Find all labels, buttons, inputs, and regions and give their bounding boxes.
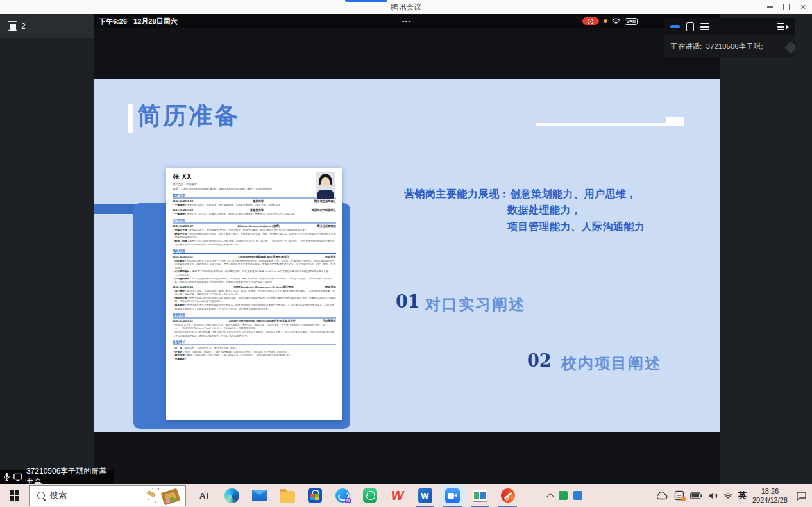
word-icon: W (418, 488, 432, 503)
tencent-meeting-window: 腾讯会议 ✕ 下午6:26 12月28日周六 ••• (0, 0, 812, 507)
notification-app-icon[interactable] (674, 490, 684, 501)
minimize-button[interactable] (765, 2, 775, 12)
resume-bullet: 主修课程：系统分析与设计、项目管理、商业智能建模、基础数据库操作、Java 基础… (173, 204, 336, 207)
collapse-panel-icon[interactable] (777, 22, 789, 31)
taskbar-app-store[interactable] (301, 484, 328, 507)
wps-office-icon: W (391, 488, 404, 503)
taskbar-app-word[interactable]: W (411, 484, 439, 507)
resume-body: 教育背景2018.02-2019.12某某大学商业信息系统硕士主修课程：系统分析… (173, 193, 336, 361)
item2-number: 02 (527, 351, 552, 370)
slide-title: 简历准备 (137, 100, 240, 132)
resume-name: 张 XX (173, 172, 336, 181)
start-button[interactable] (0, 484, 29, 507)
screen-record-indicator (582, 17, 599, 25)
resume-bullet: 商业分析：Agile, LucidChart（类似 Visio），墨刀原型工具（… (173, 354, 336, 357)
tray-app-blue-icon[interactable] (573, 491, 582, 500)
speaker-panel: 正在讲话: 37210506李子琪; (664, 18, 795, 57)
title-accent-bar (128, 104, 133, 133)
action-center-icon[interactable] (796, 491, 807, 501)
resume-bullet: 网络图控制：使用 LucidChart 和 Gantt Chart 绘制高层级、… (173, 296, 336, 303)
item1-number: 01 (396, 292, 420, 312)
taskbar-app-mail[interactable] (246, 484, 273, 507)
ability-line-1: 营销岗主要能力展现：创意策划能力、用户思维， (404, 188, 637, 201)
resume-entry-header: 2019.08-2019.11Quitpathway 戒烟网站 网页应用开发项目… (173, 255, 336, 259)
resume-bullet: 语 言：英语流利（七年海外生活，有国外企业实习经历）； (173, 346, 336, 349)
edge-browser-icon (224, 488, 239, 503)
resume-bullet: 带领 25 名社员，多次组织策划部门线下活动，包括主题酒会、赞助拉取、视频宣传、… (173, 323, 336, 330)
vpn-badge: VPN (625, 18, 638, 25)
taskbar-app-quark[interactable]: AI (328, 484, 356, 507)
wifi-icon (612, 18, 620, 24)
resume-entry-header: 2020.04-2020.07Altitude Communications（澳… (173, 224, 336, 228)
speaker-name: 37210506李子琪; (706, 42, 763, 51)
hidden-icons-chevron[interactable] (546, 493, 554, 500)
resume-bullet: 跨部门沟通：运用公司的 Sales Forces 云端 CRM 创建、跟进和归类… (173, 239, 336, 246)
resume-bullet: 全英文交流：接待到店客户，协助其购买合约机、办理手机卡、转换手机套餐，查询 NB… (173, 228, 336, 231)
tray-app-green-icon[interactable] (559, 491, 568, 500)
network-signal-icon[interactable] (723, 492, 732, 499)
layout-icon (8, 21, 17, 31)
taskbar-app-wps[interactable]: W (384, 484, 411, 507)
item2-label: 校内项目阐述 (561, 353, 661, 374)
app-window-icon (473, 490, 487, 502)
resume-bullet: 团队管理：通过团队协作从 0 到 1 开发一个帮助 25~40 岁吸烟者戒烟的网… (173, 259, 336, 269)
windows-taskbar: 搜索 Ai AI W W (0, 484, 812, 507)
seasonal-doodle (144, 486, 184, 505)
shared-screen: 下午6:26 12月28日周六 ••• VPN 简历准备 (94, 14, 720, 484)
file-explorer-icon (280, 491, 295, 503)
resume-bullet: 项目管理：参与 4 人团队，以项目管理三要素（时间、范围、成本）为考量，为 RM… (173, 289, 336, 296)
resume-bullet: 成本管理：利用 WBS 拆分变量预估项目软件开发成本，运用 Function P… (173, 304, 336, 311)
resume-bullet: 产品原型设计：使用“墨刀”进行产品原型绘制，针对网站功能、内容及界面状态使用 L… (173, 270, 336, 277)
taskbar-clock[interactable]: 18:26 2024/12/28 (752, 486, 788, 505)
app-store-icon (363, 488, 377, 503)
resume-bullet: 主修课程：海洋与大气动力学、计算机基础理论、地理信息系统与遥感等 荣誉奖项：优秀… (173, 212, 336, 215)
resume-entry-header: 2013.09-2017.12某某某大学地球与大气科学学士 (173, 208, 336, 212)
taskbar-app-edge[interactable] (218, 484, 246, 507)
microphone-icon (4, 472, 10, 481)
clock-date: 2024/12/28 (752, 496, 788, 504)
mail-icon (252, 490, 267, 501)
speaking-label: 正在讲话: (670, 42, 702, 51)
search-placeholder: 搜索 (50, 490, 67, 501)
taskbar-app-tencent-meeting[interactable] (439, 484, 466, 507)
battery-icon[interactable] (690, 492, 702, 499)
decor-block (666, 117, 684, 125)
ime-indicator[interactable]: 英 (738, 490, 747, 501)
resume-section-title: 教育背景 (173, 193, 336, 199)
window-title: 腾讯会议 (0, 0, 812, 14)
screen-share-banner: 37210506李子琪的屏幕共享 (0, 470, 114, 484)
window-mode-icon[interactable] (686, 22, 694, 31)
taskbar-app-window[interactable] (466, 484, 494, 507)
taskbar-app-explorer[interactable] (273, 484, 301, 507)
windows-logo-icon (10, 490, 20, 501)
member-count-button[interactable]: 2 (0, 14, 94, 38)
minimize-icon (767, 6, 773, 8)
minimize-panel-icon[interactable] (670, 25, 680, 28)
screen-capture-icon (501, 488, 515, 503)
item1-label: 对口实习阐述 (425, 294, 525, 315)
close-button[interactable]: ✕ (798, 2, 808, 12)
maximize-icon (783, 4, 790, 10)
volume-icon[interactable] (708, 492, 718, 500)
member-count: 2 (21, 22, 26, 31)
resume-bullet: 新客户开拓：通过电话和实地拜访形式，拜访了解客户需求，并根据其企业类型、规模、使… (173, 232, 336, 239)
taskbar-app-capture[interactable] (494, 484, 521, 507)
system-tray: 英 18:26 2024/12/28 100%电量可用已连接适配器，未充电 (548, 484, 812, 507)
resume-section-title: 项目经历 (173, 249, 336, 254)
maximize-button[interactable] (781, 2, 791, 12)
meeting-stage: 下午6:26 12月28日周六 ••• VPN 简历准备 (0, 14, 812, 484)
clock-time: 18:26 (761, 487, 779, 495)
ability-line-3: 项目管理能力、人际沟通能力 (507, 220, 645, 234)
resume-bullet: 计算机：Excel（vlookup、solver）；SAP S/4HANA；基础… (173, 350, 336, 353)
resume-section-title: 技能特长 (173, 340, 336, 345)
onedrive-cloud-icon[interactable] (656, 491, 668, 500)
microsoft-store-icon (308, 488, 322, 503)
taskbar-app-pen-input[interactable]: Ai (190, 484, 218, 507)
resume-bullet: 兴趣爱好： (173, 358, 336, 361)
resume-section-title: 实习经历 (173, 218, 336, 224)
quark-browser-icon: AI (335, 488, 350, 503)
search-box[interactable]: 搜索 (29, 485, 186, 506)
resume-intent: 求职意向：产品经理 (173, 183, 336, 187)
list-view-icon[interactable] (700, 22, 709, 31)
taskbar-app-appstore[interactable] (356, 484, 384, 507)
